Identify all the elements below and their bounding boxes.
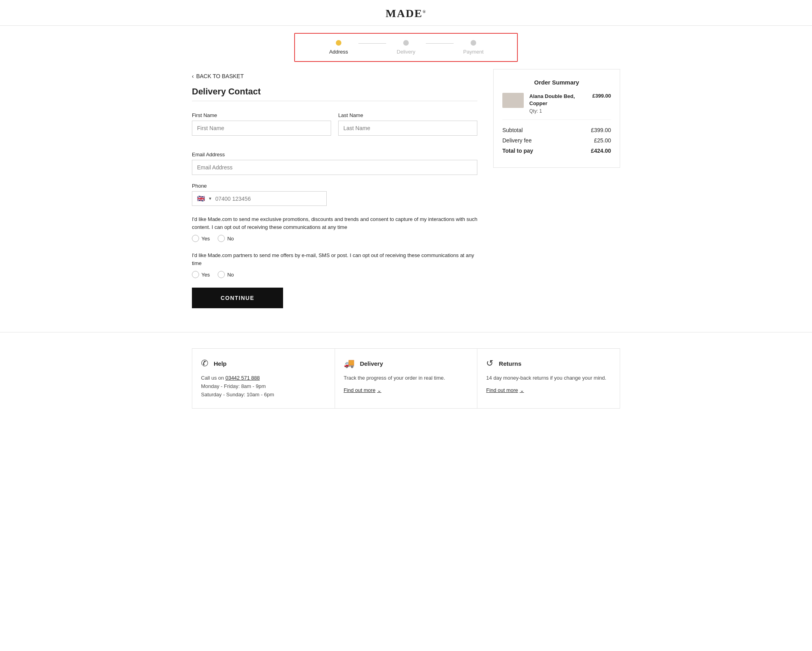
delivery-body-text: Track the progress of your order in real… xyxy=(344,375,445,381)
first-name-label: First Name xyxy=(192,112,331,118)
returns-card-header: ↺ Returns xyxy=(486,358,611,369)
delivery-card-title: Delivery xyxy=(360,360,383,367)
item-details: Alana Double Bed, Copper Qty: 1 xyxy=(529,93,587,114)
returns-find-out-more-text: Find out more xyxy=(486,387,518,393)
phone-icon: ✆ xyxy=(201,358,208,369)
order-summary-title: Order Summary xyxy=(502,79,611,86)
consent2-no-radio[interactable] xyxy=(218,271,225,278)
flag-uk-icon: 🇬🇧 xyxy=(197,195,205,202)
consent2-no-text: No xyxy=(227,272,234,278)
back-to-basket-label: BACK TO BASKET xyxy=(196,73,244,79)
site-header: MADE® xyxy=(0,0,812,26)
consent-block-2: I'd like Made.com partners to send me of… xyxy=(192,252,477,278)
name-row: First Name Last Name xyxy=(192,112,477,144)
item-price: £399.00 xyxy=(592,93,611,99)
step-label-delivery: Delivery xyxy=(397,49,416,55)
delivery-fee-value: £25.00 xyxy=(594,137,611,144)
help-card-body: Call us on 03442 571 888 Monday - Friday… xyxy=(201,374,326,399)
item-qty: Qty: 1 xyxy=(529,108,587,114)
checkout-steps: Address Delivery Payment xyxy=(0,26,812,69)
site-logo: MADE® xyxy=(385,7,426,20)
last-name-group: Last Name xyxy=(338,112,477,136)
consent1-no-text: No xyxy=(227,236,234,242)
phone-group: Phone 🇬🇧 ▼ xyxy=(192,183,477,206)
footer-card-returns: ↺ Returns 14 day money-back returns if y… xyxy=(477,348,620,409)
delivery-find-out-more-link[interactable]: Find out more ⌄ xyxy=(344,387,469,393)
consent2-radio-row: Yes No xyxy=(192,271,477,278)
last-name-input[interactable] xyxy=(338,121,477,136)
last-name-label: Last Name xyxy=(338,112,477,118)
returns-body-text: 14 day money-back returns if you change … xyxy=(486,375,606,381)
step-dot-delivery xyxy=(403,40,409,46)
first-name-input[interactable] xyxy=(192,121,331,136)
help-card-header: ✆ Help xyxy=(201,358,326,369)
delivery-find-out-more-text: Find out more xyxy=(344,387,375,393)
consent-text-2: I'd like Made.com partners to send me of… xyxy=(192,252,477,267)
step-line-2 xyxy=(426,43,454,44)
main-content: ‹ BACK TO BASKET Delivery Contact First … xyxy=(168,69,644,308)
phone-chevron-icon: ▼ xyxy=(208,196,212,201)
email-input[interactable] xyxy=(192,160,477,175)
consent1-no-radio[interactable] xyxy=(218,235,225,242)
help-call-text: Call us on xyxy=(201,375,225,381)
subtotal-row: Subtotal £399.00 xyxy=(502,127,611,133)
help-phone-link[interactable]: 03442 571 888 xyxy=(225,375,260,381)
delivery-chevron-down-icon: ⌄ xyxy=(377,387,381,393)
subtotal-value: £399.00 xyxy=(591,127,611,133)
consent2-no-label[interactable]: No xyxy=(218,271,234,278)
total-value: £424.00 xyxy=(591,148,611,154)
returns-icon: ↺ xyxy=(486,358,493,369)
phone-row: 🇬🇧 ▼ xyxy=(192,191,327,206)
step-dot-payment xyxy=(471,40,476,46)
delivery-fee-label: Delivery fee xyxy=(502,137,532,144)
returns-card-body: 14 day money-back returns if you change … xyxy=(486,374,611,382)
continue-button[interactable]: CONTINUE xyxy=(192,288,283,308)
consent2-yes-text: Yes xyxy=(201,272,210,278)
consent1-yes-radio[interactable] xyxy=(192,235,199,242)
truck-icon: 🚚 xyxy=(344,358,354,369)
footer-card-help: ✆ Help Call us on 03442 571 888 Monday -… xyxy=(192,348,335,409)
consent1-no-label[interactable]: No xyxy=(218,235,234,242)
returns-find-out-more-link[interactable]: Find out more ⌄ xyxy=(486,387,611,393)
order-item: Alana Double Bed, Copper Qty: 1 £399.00 xyxy=(502,93,611,120)
step-label-address: Address xyxy=(329,49,348,55)
delivery-card-header: 🚚 Delivery xyxy=(344,358,469,369)
returns-chevron-down-icon: ⌄ xyxy=(520,387,524,393)
steps-box: Address Delivery Payment xyxy=(294,33,518,62)
total-label: Total to pay xyxy=(502,148,533,154)
delivery-card-body: Track the progress of your order in real… xyxy=(344,374,469,382)
subtotal-label: Subtotal xyxy=(502,127,523,133)
right-panel: Order Summary Alana Double Bed, Copper Q… xyxy=(493,69,620,308)
help-card-title: Help xyxy=(214,360,227,367)
footer-section: ✆ Help Call us on 03442 571 888 Monday -… xyxy=(0,332,812,424)
order-summary: Order Summary Alana Double Bed, Copper Q… xyxy=(493,69,620,168)
total-row: Total to pay £424.00 xyxy=(502,148,611,154)
delivery-fee-row: Delivery fee £25.00 xyxy=(502,137,611,144)
step-payment: Payment xyxy=(454,40,493,55)
step-dot-address xyxy=(336,40,341,46)
consent-block-1: I'd like Made.com to send me exclusive p… xyxy=(192,215,477,242)
step-address: Address xyxy=(319,40,358,55)
form-section-title: Delivery Contact xyxy=(192,86,477,101)
step-line-1 xyxy=(358,43,386,44)
phone-input[interactable] xyxy=(215,196,322,202)
help-hours-weekend: Saturday - Sunday: 10am - 6pm xyxy=(201,392,274,398)
footer-card-delivery: 🚚 Delivery Track the progress of your or… xyxy=(335,348,478,409)
left-panel: ‹ BACK TO BASKET Delivery Contact First … xyxy=(192,69,477,308)
consent2-yes-radio[interactable] xyxy=(192,271,199,278)
consent1-yes-text: Yes xyxy=(201,236,210,242)
consent1-yes-label[interactable]: Yes xyxy=(192,235,210,242)
email-label: Email Address xyxy=(192,152,477,157)
email-group: Email Address xyxy=(192,152,477,175)
help-hours-weekday: Monday - Friday: 8am - 9pm xyxy=(201,383,266,389)
returns-card-title: Returns xyxy=(499,360,521,367)
back-chevron-icon: ‹ xyxy=(192,73,194,79)
item-name: Alana Double Bed, Copper xyxy=(529,93,587,107)
item-thumbnail xyxy=(502,93,524,108)
consent1-radio-row: Yes No xyxy=(192,235,477,242)
back-to-basket-link[interactable]: ‹ BACK TO BASKET xyxy=(192,73,477,79)
step-delivery: Delivery xyxy=(386,40,426,55)
consent2-yes-label[interactable]: Yes xyxy=(192,271,210,278)
step-label-payment: Payment xyxy=(463,49,483,55)
consent-text-1: I'd like Made.com to send me exclusive p… xyxy=(192,215,477,231)
